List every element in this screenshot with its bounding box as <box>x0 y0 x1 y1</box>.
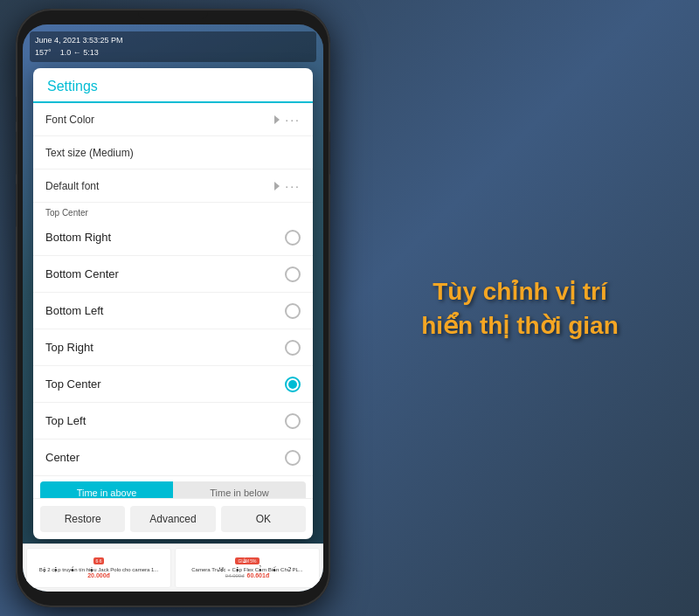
time-in-below-tab[interactable]: Time in below <box>173 481 306 498</box>
radio-top-right-label: Top Right <box>45 341 93 354</box>
radio-top-left[interactable]: Top Left <box>33 403 313 440</box>
viet-text-overlay: Tùy chỉnh vị trí hiển thị thời gian <box>393 273 647 342</box>
ad-text-1: Bộ 2 cặp truyền tín hiệu Jack Polo cho c… <box>39 566 159 572</box>
settings-title: Settings <box>47 79 299 94</box>
ad-prices-2: 94.000đ 60.601đ <box>225 572 269 578</box>
settings-body[interactable]: Font Color ··· Text size (Medium) Defaul… <box>33 103 313 498</box>
camera-hud: June 4, 2021 3:53:25 PM 157° 1.0 ← 5:13 <box>30 31 316 62</box>
ad-old-price-2: 94.000đ <box>225 573 245 578</box>
hud-text: June 4, 2021 3:53:25 PM 157° 1.0 ← 5:13 <box>35 35 311 59</box>
viet-line1: Tùy chỉnh vị trí <box>393 273 647 308</box>
settings-header: Settings <box>33 68 313 103</box>
default-font-row[interactable]: Default font ··· <box>33 170 313 203</box>
radio-top-left-label: Top Left <box>45 414 86 427</box>
hud-speed: 1.0 ← 5:13 <box>60 48 99 57</box>
hud-datetime: June 4, 2021 3:53:25 PM <box>35 36 123 45</box>
ad-price-1: 20.000đ <box>87 572 110 578</box>
radio-top-center-label: Top Center <box>45 377 101 391</box>
radio-bottom-center-circle[interactable] <box>285 266 301 282</box>
radio-bottom-left-circle[interactable] <box>285 303 301 319</box>
radio-top-right-circle[interactable] <box>285 340 301 356</box>
ad-item-1[interactable]: 6·6 Bộ 2 cặp truyền tín hiệu Jack Polo c… <box>26 548 171 588</box>
radio-center[interactable]: Center <box>33 440 313 476</box>
radio-top-right[interactable]: Top Right <box>33 329 313 366</box>
volume-down-button <box>16 131 17 175</box>
ad-text-2: Camera Trước + Cặp Flex Cảm Biến Chữ PL.… <box>191 566 303 572</box>
power-button <box>329 131 330 175</box>
viet-line2: hiển thị thời gian <box>393 308 647 343</box>
font-color-dots[interactable]: ··· <box>285 113 301 127</box>
radio-bottom-center-label: Bottom Center <box>45 267 119 280</box>
radio-bottom-right-label: Bottom Right <box>45 231 111 244</box>
text-size-row[interactable]: Text size (Medium) <box>33 136 313 170</box>
text-size-label: Text size (Medium) <box>45 147 301 159</box>
camera-button <box>16 183 17 227</box>
ok-button[interactable]: OK <box>221 506 306 532</box>
restore-button[interactable]: Restore <box>40 506 125 532</box>
radio-bottom-left-label: Bottom Left <box>45 304 103 317</box>
hud-direction: 157° <box>35 48 52 57</box>
ad-bar: 6·6 Bộ 2 cặp truyền tín hiệu Jack Polo c… <box>23 543 323 592</box>
default-font-arrow <box>274 182 280 190</box>
radio-top-center-circle[interactable] <box>285 377 301 392</box>
radio-bottom-center[interactable]: Bottom Center <box>33 256 313 293</box>
radio-bottom-right-circle[interactable] <box>285 230 301 246</box>
font-color-label: Font Color <box>45 114 274 126</box>
advanced-button[interactable]: Advanced <box>130 506 215 532</box>
phone-notch <box>138 12 208 19</box>
volume-up-button <box>16 96 17 122</box>
radio-top-left-circle[interactable] <box>285 413 301 429</box>
phone-screen: June 4, 2021 3:53:25 PM 157° 1.0 ← 5:13 … <box>23 24 323 592</box>
radio-center-circle[interactable] <box>285 450 301 466</box>
settings-modal: Settings Font Color ··· Text size (Mediu… <box>33 68 313 539</box>
default-font-label: Default font <box>45 180 274 192</box>
top-center-header: Top Center <box>33 203 313 219</box>
time-in-above-tab[interactable]: Time in above <box>40 481 173 498</box>
modal-footer: Restore Advanced OK <box>33 498 313 539</box>
phone-frame: June 4, 2021 3:53:25 PM 157° 1.0 ← 5:13 … <box>16 9 330 607</box>
font-color-arrow <box>274 115 280 124</box>
radio-center-label: Center <box>45 451 80 464</box>
time-tabs: Time in above Time in below <box>40 481 306 498</box>
ad-badge-1: 6·6 <box>93 557 105 564</box>
font-color-row[interactable]: Font Color ··· <box>33 103 313 136</box>
ad-item-2[interactable]: GIẢM 5% Camera Trước + Cặp Flex Cảm Biến… <box>175 548 320 588</box>
ad-badge-2: GIẢM 5% <box>235 557 259 564</box>
radio-bottom-right[interactable]: Bottom Right <box>33 219 313 256</box>
default-font-dots[interactable]: ··· <box>285 179 301 193</box>
radio-bottom-left[interactable]: Bottom Left <box>33 293 313 329</box>
ad-new-price-2: 60.601đ <box>247 572 270 578</box>
radio-top-center[interactable]: Top Center <box>33 366 313 403</box>
